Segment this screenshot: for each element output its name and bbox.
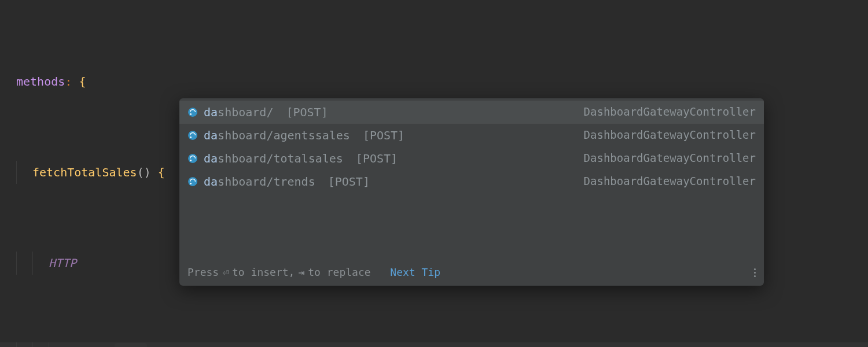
autocomplete-source: DashboardGatewayController: [584, 124, 756, 146]
more-icon[interactable]: [754, 268, 756, 277]
tab-key-glyph: ⇥: [298, 262, 304, 282]
autocomplete-method: [POST]: [363, 124, 404, 147]
identifier-token: HTTP: [49, 252, 76, 275]
code-line-active[interactable]: .post( url: "api/da ", this.setupRequest…: [0, 342, 868, 347]
autocomplete-item[interactable]: dashboard/ [POST] DashboardGatewayContro…: [179, 101, 764, 124]
endpoint-icon: [187, 153, 198, 164]
this-token: this: [233, 343, 260, 348]
brace-token: {: [79, 71, 86, 93]
footer-text: to replace: [308, 262, 370, 282]
method-token: post: [72, 343, 100, 348]
svg-point-0: [188, 108, 197, 117]
autocomplete-popup: dashboard/ [POST] DashboardGatewayContro…: [179, 98, 764, 286]
autocomplete-source: DashboardGatewayController: [584, 147, 756, 169]
autocomplete-item[interactable]: dashboard/agentssales [POST] DashboardGa…: [179, 124, 764, 147]
endpoint-icon: [187, 107, 198, 117]
svg-point-6: [188, 177, 197, 186]
autocomplete-label: dashboard/totalsales: [204, 147, 343, 170]
function-name-token: fetchTotalSales: [32, 161, 137, 184]
autocomplete-list: dashboard/ [POST] DashboardGatewayContro…: [179, 98, 764, 193]
dot-token: .: [65, 343, 72, 348]
paren-token: (): [137, 161, 151, 184]
svg-point-4: [188, 154, 197, 163]
autocomplete-source: DashboardGatewayController: [584, 101, 756, 123]
autocomplete-label: dashboard/agentssales: [204, 124, 350, 147]
comma-token: ,: [219, 343, 226, 348]
method-token: setupRequest: [267, 343, 351, 348]
footer-text: Press: [187, 262, 219, 282]
autocomplete-source: DashboardGatewayController: [584, 171, 756, 192]
code-line[interactable]: methods: {: [0, 70, 868, 93]
svg-point-1: [190, 113, 192, 115]
autocomplete-label: dashboard/: [204, 101, 273, 124]
property-token: methods: [16, 71, 65, 93]
endpoint-icon: [187, 176, 198, 187]
paren-token: ({}): [351, 343, 379, 348]
autocomplete-item[interactable]: dashboard/totalsales [POST] DashboardGat…: [179, 147, 764, 170]
autocomplete-footer: Press ⏎ to insert, ⇥ to replace Next Tip: [179, 260, 764, 286]
autocomplete-method: [POST]: [286, 101, 328, 124]
footer-text: to insert,: [232, 262, 295, 282]
colon-token: :: [65, 71, 72, 93]
svg-point-5: [190, 160, 192, 161]
autocomplete-item[interactable]: dashboard/trends [POST] DashboardGateway…: [179, 170, 764, 193]
endpoint-icon: [187, 130, 198, 141]
autocomplete-method: [POST]: [356, 147, 398, 170]
next-tip-link[interactable]: Next Tip: [390, 262, 440, 282]
autocomplete-method: [POST]: [328, 171, 370, 193]
enter-key-glyph: ⏎: [222, 262, 229, 282]
svg-point-7: [190, 183, 192, 184]
string-token: "api/da ": [155, 343, 219, 348]
svg-point-3: [190, 136, 192, 138]
paren-token: (: [100, 343, 106, 348]
paren-token: ): [379, 343, 386, 348]
svg-point-2: [188, 131, 197, 140]
autocomplete-label: dashboard/trends: [204, 171, 315, 193]
brace-token: {: [158, 161, 165, 184]
inlay-hint: url:: [115, 343, 146, 347]
